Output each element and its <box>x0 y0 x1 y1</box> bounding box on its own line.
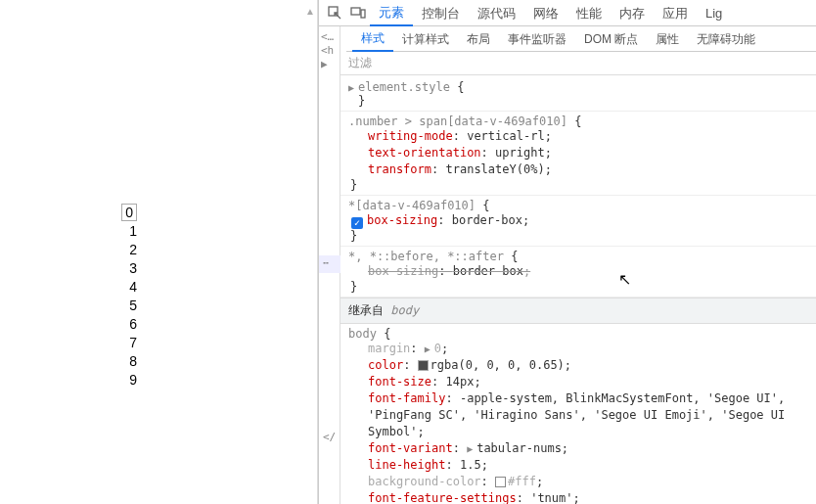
expand-icon[interactable]: ▶ <box>319 58 340 71</box>
css-prop[interactable]: writing-mode: vertical-rl; <box>348 128 808 145</box>
css-rule[interactable]: *, *::before, *::after { box-sizing: bor… <box>340 247 816 298</box>
tab-console[interactable]: 控制台 <box>413 0 469 26</box>
tab-lighthouse[interactable]: Lig <box>697 0 731 26</box>
tab-memory[interactable]: 内存 <box>611 0 654 26</box>
number-list: 0 1 2 3 4 5 6 7 8 9 <box>117 204 137 389</box>
tab-sources[interactable]: 源代码 <box>469 0 524 26</box>
tab-performance[interactable]: 性能 <box>567 0 611 26</box>
expand-icon[interactable]: ▶ <box>467 440 476 457</box>
css-prop-overridden[interactable]: box-sizing: border-box; <box>348 263 808 280</box>
css-prop[interactable]: font-feature-settings: 'tnum'; <box>348 490 808 504</box>
tab-application[interactable]: 应用 <box>654 0 697 26</box>
devtools-panel: 元素 控制台 源代码 网络 性能 内存 应用 Lig <… <h ▶ ⋯ </ … <box>318 0 816 504</box>
dom-node[interactable]: <h <box>319 44 340 58</box>
ellipsis-icon: ⋯ <box>323 257 329 268</box>
number-item[interactable]: 6 <box>117 315 137 334</box>
styles-tab-bar: 样式 计算样式 布局 事件监听器 DOM 断点 属性 无障碍功能 <box>346 26 816 52</box>
inspect-icon[interactable] <box>323 3 346 23</box>
css-rule[interactable]: body { margin: ▶0; color: rgba(0, 0, 0, … <box>340 324 816 504</box>
number-item[interactable]: 1 <box>117 222 137 241</box>
css-prop[interactable]: line-height: 1.5; <box>348 457 808 474</box>
styles-panel: 样式 计算样式 布局 事件监听器 DOM 断点 属性 无障碍功能 过滤 ▶ele… <box>340 26 816 504</box>
css-prop[interactable]: background-color: #fff; <box>348 474 808 490</box>
expand-icon[interactable]: ▶ <box>425 341 434 357</box>
number-item[interactable]: 8 <box>117 352 137 371</box>
number-item[interactable]: 2 <box>117 241 137 259</box>
color-swatch-icon[interactable] <box>495 477 506 487</box>
main-tab-bar: 元素 控制台 源代码 网络 性能 内存 应用 Lig <box>319 0 816 26</box>
style-rules-list: ▶element.style { } .number > span[data-v… <box>340 75 816 504</box>
svg-rect-2 <box>361 10 365 18</box>
css-rule[interactable]: ▶element.style { } <box>340 77 816 112</box>
css-prop[interactable]: transform: translateY(0%); <box>348 161 808 178</box>
number-item[interactable]: 5 <box>117 297 137 315</box>
number-item[interactable]: 0 <box>117 204 137 222</box>
css-prop[interactable]: text-orientation: upright; <box>348 145 808 161</box>
number-item[interactable]: 7 <box>117 334 137 352</box>
tab-elements[interactable]: 元素 <box>370 0 413 26</box>
number-item[interactable]: 9 <box>117 371 137 389</box>
css-prop[interactable]: box-sizing: border-box; <box>348 212 808 229</box>
inherited-from-header: 继承自 body <box>340 298 816 324</box>
page-preview-panel: ▲ 0 1 2 3 4 5 6 7 8 9 <box>0 0 318 504</box>
device-toggle-icon[interactable] <box>346 3 370 23</box>
css-prop[interactable]: font-size: 14px; <box>348 374 808 390</box>
scroll-up-icon: ▲ <box>305 6 315 17</box>
expand-icon[interactable]: ▶ <box>348 82 358 93</box>
tab-styles[interactable]: 样式 <box>352 26 393 52</box>
checkbox-icon[interactable] <box>351 217 363 229</box>
tab-dom-breakpoints[interactable]: DOM 断点 <box>575 26 647 52</box>
css-rule[interactable]: *[data-v-469af010] { box-sizing: border-… <box>340 196 816 247</box>
tab-computed[interactable]: 计算样式 <box>393 26 458 52</box>
css-rule[interactable]: .number > span[data-v-469af010] { writin… <box>340 112 816 196</box>
css-prop[interactable]: font-variant: ▶tabular-nums; <box>348 440 808 457</box>
dom-node[interactable]: <… <box>319 30 340 44</box>
tab-network[interactable]: 网络 <box>524 0 567 26</box>
dom-tree-panel[interactable]: <… <h ▶ ⋯ </ <box>319 26 340 504</box>
dom-node[interactable]: </ <box>323 431 336 443</box>
color-swatch-icon[interactable] <box>418 360 429 371</box>
inherited-from-link[interactable]: body <box>390 303 419 317</box>
css-prop[interactable]: margin: ▶0; <box>348 341 808 357</box>
tab-events[interactable]: 事件监听器 <box>499 26 575 52</box>
tab-layout[interactable]: 布局 <box>458 26 499 52</box>
number-item[interactable]: 4 <box>117 278 137 297</box>
tab-accessibility[interactable]: 无障碍功能 <box>688 26 764 52</box>
svg-rect-1 <box>351 8 360 15</box>
number-item[interactable]: 3 <box>117 259 137 278</box>
css-prop[interactable]: color: rgba(0, 0, 0, 0.65); <box>348 357 808 374</box>
css-prop[interactable]: font-family: -apple-system, BlinkMacSyst… <box>348 390 808 440</box>
tab-properties[interactable]: 属性 <box>647 26 688 52</box>
filter-input[interactable]: 过滤 <box>340 52 816 75</box>
